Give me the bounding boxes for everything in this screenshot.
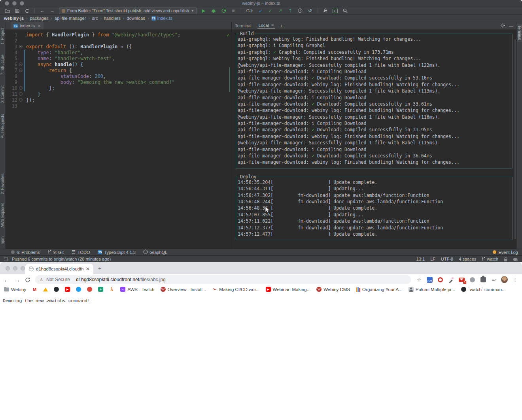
sync-icon[interactable] (24, 8, 30, 13)
rollback-icon[interactable]: ↺ (307, 8, 313, 13)
toolwindow-todo[interactable]: ☰ TODO (72, 250, 90, 255)
breadcrumb-item[interactable]: src (92, 16, 98, 21)
breadcrumb-item[interactable]: api-file-manager (54, 16, 86, 21)
search-everywhere-icon[interactable] (342, 8, 348, 13)
terminal-stripe-tab[interactable]: Terminal (517, 24, 522, 42)
lock-icon[interactable] (504, 257, 507, 261)
git-branch-widget[interactable]: watch (482, 257, 498, 262)
bookmark-item[interactable] (76, 287, 81, 292)
stripe-tab--structure[interactable]: 7: Structure (0, 55, 5, 77)
not-secure-warning-icon[interactable]: ⚠ (40, 277, 44, 282)
history-clock-icon[interactable] (297, 8, 303, 13)
media-controls-icon[interactable]: ≡♪ (490, 276, 497, 283)
bookmark-item[interactable]: M (32, 287, 37, 292)
breadcrumb-item[interactable]: TSindex.ts (151, 16, 173, 21)
fold-marker-icon[interactable]: − (19, 92, 23, 96)
bookmark-item[interactable] (43, 288, 48, 291)
close-terminal-tab-icon[interactable]: ✕ (271, 23, 274, 27)
event-log-button[interactable]: Event Log (493, 250, 518, 255)
git-push-icon[interactable]: ↗ (277, 8, 284, 13)
stripe-tab--commit[interactable]: 0: Commit (0, 85, 5, 105)
tool-window-icon[interactable] (332, 8, 339, 13)
mail-extension-icon[interactable]: 5 (458, 276, 465, 283)
forward-icon[interactable]: → (49, 8, 55, 13)
colorpicker-extension-icon[interactable] (448, 276, 454, 283)
terminal-output[interactable]: Build api-graphql: webiny log: Finished … (232, 30, 516, 249)
caret-position[interactable]: 13:1 (416, 257, 425, 261)
tab-index-ts[interactable]: TS index.ts ✕ (11, 22, 44, 29)
stripe-tab-pull-requests[interactable]: Pull Requests (0, 114, 5, 140)
bookmark-item[interactable]: ➣Making CI/CD wor... (212, 287, 259, 292)
extensions-puzzle-icon[interactable] (480, 276, 486, 283)
bookmark-item[interactable]: Organizing Your A... (356, 287, 403, 292)
git-update-icon[interactable]: ↙ (257, 8, 264, 13)
toolwindow-git[interactable]: 9: Git (48, 250, 64, 255)
bookmark-star-icon[interactable]: ☆ (416, 276, 422, 283)
terminal-scrollbar[interactable] (514, 39, 516, 239)
fold-marker-icon[interactable]: − (19, 98, 23, 102)
fold-marker-icon[interactable]: − (19, 62, 23, 66)
debug-button[interactable] (210, 8, 217, 13)
bookmark-item[interactable]: λ (109, 287, 114, 292)
fold-marker-icon[interactable]: − (19, 86, 23, 90)
bookmark-item[interactable]: + (98, 287, 103, 292)
git-commit-icon[interactable]: ✓ (267, 8, 274, 13)
browser-tab[interactable]: d1hgd8csopkt4i.cloudfront.ne ✕ (25, 264, 93, 274)
editor-body[interactable]: 123−456−7−8910−11−12−13 import { Handler… (6, 30, 231, 249)
terminal-tab-local[interactable]: Local ✕ (257, 23, 276, 29)
bookmark-item[interactable]: Pulumi Multiple pr... (409, 287, 455, 292)
run-button[interactable]: ▶ (200, 8, 207, 13)
bookmark-item[interactable]: WWebiny CMS (316, 287, 350, 292)
breadcrumb-item[interactable]: handlers (104, 16, 121, 21)
browser-back-icon[interactable]: ← (4, 277, 9, 283)
code-area[interactable]: import { HandlerPlugin } from "@webiny/h… (26, 32, 227, 109)
bookmark-item[interactable] (87, 287, 92, 292)
browser-reload-icon[interactable] (25, 277, 30, 282)
inspections-ok-icon[interactable]: ✓ (227, 32, 229, 38)
bookmark-item[interactable]: WOverview - Install... (161, 287, 206, 292)
adblock-extension-icon[interactable] (437, 276, 444, 283)
bookmark-item[interactable]: ⌐AWS - Twitch (120, 287, 154, 292)
breadcrumb-item[interactable]: download (126, 16, 146, 21)
browser-menu-icon[interactable]: ⋮ (512, 276, 518, 283)
bookmark-item[interactable]: Webiny (4, 287, 26, 292)
toolwindow-toggle[interactable] (4, 257, 8, 261)
close-window-button[interactable] (6, 266, 10, 271)
settings-wrench-icon[interactable] (322, 8, 329, 13)
open-folder-icon[interactable] (4, 8, 10, 13)
new-tab-button[interactable]: + (98, 265, 102, 271)
close-tab-icon[interactable]: ✕ (86, 266, 90, 272)
stripe-tab--favorites[interactable]: 2: Favorites (0, 174, 5, 196)
fold-marker-icon[interactable]: − (19, 45, 23, 48)
back-icon[interactable]: ← (39, 8, 45, 13)
encoding-indicator[interactable]: UTF-8 (441, 257, 453, 261)
git-fetch-icon[interactable]: ⇡ (287, 8, 293, 13)
zoom-window-button[interactable] (21, 266, 25, 271)
run-with-coverage-button[interactable] (220, 8, 227, 13)
bookmark-item[interactable]: ▶Webinar: Making... (266, 287, 311, 292)
address-bar[interactable]: ⚠ Not Secure d1hgd8csopkt4i.cloudfront.n… (35, 275, 411, 284)
indent-indicator[interactable]: 4 spaces (459, 257, 476, 261)
minimize-window-button[interactable] (13, 266, 17, 271)
toolwindow-problems[interactable]: 6: Problems (11, 250, 40, 255)
stripe-tab--project[interactable]: 1: Project (0, 28, 5, 46)
line-ending-indicator[interactable]: LF (430, 257, 435, 261)
minimize-toolwindow-icon[interactable]: — (509, 23, 513, 28)
toolwindow-graphql[interactable]: GraphQL (144, 250, 167, 255)
stop-button[interactable]: ■ (230, 8, 236, 13)
security-label[interactable]: Not Secure (46, 277, 70, 282)
new-terminal-icon[interactable]: + (280, 23, 283, 29)
stripe-tab-aws-explorer[interactable]: AWS Explorer (0, 203, 5, 229)
cloud-settings-icon[interactable] (513, 257, 518, 261)
browser-forward-icon[interactable]: → (14, 277, 20, 283)
breadcrumb-item[interactable]: packages (29, 16, 49, 21)
fold-marker-icon[interactable]: − (19, 68, 23, 72)
misc-extension-icon[interactable] (469, 276, 476, 283)
breadcrumb-item[interactable]: webiny-js (4, 16, 24, 21)
stripe-tab-npm[interactable]: npm (0, 236, 5, 246)
aws-calculator-extension-icon[interactable]: 2.25 (426, 276, 433, 283)
terminal-settings-gear-icon[interactable] (501, 23, 505, 28)
toolwindow-typescript[interactable]: TS TypeScript 4.1.3 (98, 250, 136, 255)
close-tab-icon[interactable]: ✕ (38, 24, 41, 28)
bookmark-item[interactable]: `watch` comman... (461, 287, 506, 292)
